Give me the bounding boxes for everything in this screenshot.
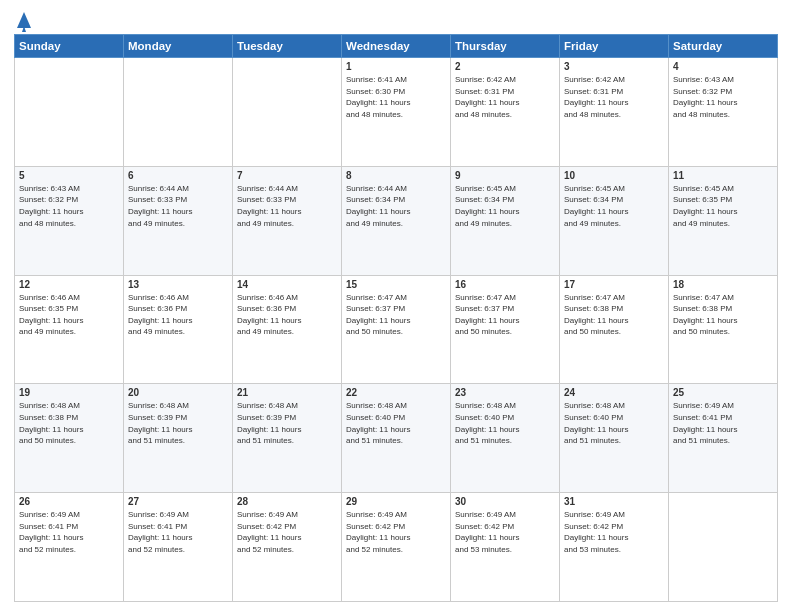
calendar-header-row: SundayMondayTuesdayWednesdayThursdayFrid… [15, 35, 778, 58]
day-number: 12 [19, 279, 119, 290]
day-number: 28 [237, 496, 337, 507]
day-info: Sunrise: 6:49 AMSunset: 6:41 PMDaylight:… [128, 509, 228, 555]
day-info: Sunrise: 6:45 AMSunset: 6:35 PMDaylight:… [673, 183, 773, 229]
calendar-week-row: 19Sunrise: 6:48 AMSunset: 6:38 PMDayligh… [15, 384, 778, 493]
day-info: Sunrise: 6:46 AMSunset: 6:36 PMDaylight:… [237, 292, 337, 338]
day-info: Sunrise: 6:48 AMSunset: 6:40 PMDaylight:… [346, 400, 446, 446]
day-number: 5 [19, 170, 119, 181]
day-info: Sunrise: 6:45 AMSunset: 6:34 PMDaylight:… [455, 183, 555, 229]
calendar-cell: 3Sunrise: 6:42 AMSunset: 6:31 PMDaylight… [560, 58, 669, 167]
day-number: 26 [19, 496, 119, 507]
calendar-cell: 29Sunrise: 6:49 AMSunset: 6:42 PMDayligh… [342, 493, 451, 602]
day-info: Sunrise: 6:44 AMSunset: 6:34 PMDaylight:… [346, 183, 446, 229]
calendar-dow-monday: Monday [124, 35, 233, 58]
calendar-week-row: 5Sunrise: 6:43 AMSunset: 6:32 PMDaylight… [15, 166, 778, 275]
calendar-cell: 27Sunrise: 6:49 AMSunset: 6:41 PMDayligh… [124, 493, 233, 602]
logo [14, 10, 33, 28]
day-number: 19 [19, 387, 119, 398]
day-info: Sunrise: 6:41 AMSunset: 6:30 PMDaylight:… [346, 74, 446, 120]
day-info: Sunrise: 6:44 AMSunset: 6:33 PMDaylight:… [237, 183, 337, 229]
day-number: 8 [346, 170, 446, 181]
day-info: Sunrise: 6:49 AMSunset: 6:42 PMDaylight:… [237, 509, 337, 555]
day-info: Sunrise: 6:47 AMSunset: 6:38 PMDaylight:… [564, 292, 664, 338]
day-info: Sunrise: 6:47 AMSunset: 6:37 PMDaylight:… [346, 292, 446, 338]
day-info: Sunrise: 6:49 AMSunset: 6:41 PMDaylight:… [673, 400, 773, 446]
day-info: Sunrise: 6:48 AMSunset: 6:38 PMDaylight:… [19, 400, 119, 446]
calendar-dow-saturday: Saturday [669, 35, 778, 58]
calendar-cell: 17Sunrise: 6:47 AMSunset: 6:38 PMDayligh… [560, 275, 669, 384]
day-info: Sunrise: 6:47 AMSunset: 6:37 PMDaylight:… [455, 292, 555, 338]
calendar-cell: 1Sunrise: 6:41 AMSunset: 6:30 PMDaylight… [342, 58, 451, 167]
day-number: 20 [128, 387, 228, 398]
day-number: 4 [673, 61, 773, 72]
day-info: Sunrise: 6:48 AMSunset: 6:39 PMDaylight:… [128, 400, 228, 446]
day-number: 23 [455, 387, 555, 398]
day-number: 17 [564, 279, 664, 290]
day-number: 13 [128, 279, 228, 290]
logo-icon [15, 10, 33, 32]
calendar-cell: 28Sunrise: 6:49 AMSunset: 6:42 PMDayligh… [233, 493, 342, 602]
day-number: 24 [564, 387, 664, 398]
day-number: 27 [128, 496, 228, 507]
calendar-dow-friday: Friday [560, 35, 669, 58]
calendar-cell: 15Sunrise: 6:47 AMSunset: 6:37 PMDayligh… [342, 275, 451, 384]
day-info: Sunrise: 6:48 AMSunset: 6:40 PMDaylight:… [455, 400, 555, 446]
calendar-week-row: 1Sunrise: 6:41 AMSunset: 6:30 PMDaylight… [15, 58, 778, 167]
day-number: 31 [564, 496, 664, 507]
calendar-cell: 7Sunrise: 6:44 AMSunset: 6:33 PMDaylight… [233, 166, 342, 275]
calendar-cell [233, 58, 342, 167]
day-number: 30 [455, 496, 555, 507]
calendar-cell: 23Sunrise: 6:48 AMSunset: 6:40 PMDayligh… [451, 384, 560, 493]
day-info: Sunrise: 6:47 AMSunset: 6:38 PMDaylight:… [673, 292, 773, 338]
calendar-cell [15, 58, 124, 167]
day-number: 29 [346, 496, 446, 507]
calendar-cell: 21Sunrise: 6:48 AMSunset: 6:39 PMDayligh… [233, 384, 342, 493]
calendar-cell: 14Sunrise: 6:46 AMSunset: 6:36 PMDayligh… [233, 275, 342, 384]
day-number: 9 [455, 170, 555, 181]
day-number: 25 [673, 387, 773, 398]
calendar-table: SundayMondayTuesdayWednesdayThursdayFrid… [14, 34, 778, 602]
day-info: Sunrise: 6:45 AMSunset: 6:34 PMDaylight:… [564, 183, 664, 229]
day-number: 22 [346, 387, 446, 398]
calendar-dow-wednesday: Wednesday [342, 35, 451, 58]
calendar-cell: 9Sunrise: 6:45 AMSunset: 6:34 PMDaylight… [451, 166, 560, 275]
day-info: Sunrise: 6:46 AMSunset: 6:36 PMDaylight:… [128, 292, 228, 338]
day-number: 3 [564, 61, 664, 72]
day-info: Sunrise: 6:46 AMSunset: 6:35 PMDaylight:… [19, 292, 119, 338]
day-info: Sunrise: 6:43 AMSunset: 6:32 PMDaylight:… [19, 183, 119, 229]
header [14, 10, 778, 28]
day-number: 16 [455, 279, 555, 290]
calendar-cell: 8Sunrise: 6:44 AMSunset: 6:34 PMDaylight… [342, 166, 451, 275]
calendar-week-row: 26Sunrise: 6:49 AMSunset: 6:41 PMDayligh… [15, 493, 778, 602]
day-number: 7 [237, 170, 337, 181]
calendar-dow-thursday: Thursday [451, 35, 560, 58]
calendar-cell: 10Sunrise: 6:45 AMSunset: 6:34 PMDayligh… [560, 166, 669, 275]
calendar-cell: 6Sunrise: 6:44 AMSunset: 6:33 PMDaylight… [124, 166, 233, 275]
calendar-cell: 26Sunrise: 6:49 AMSunset: 6:41 PMDayligh… [15, 493, 124, 602]
day-info: Sunrise: 6:48 AMSunset: 6:40 PMDaylight:… [564, 400, 664, 446]
day-number: 11 [673, 170, 773, 181]
day-number: 6 [128, 170, 228, 181]
calendar-cell: 13Sunrise: 6:46 AMSunset: 6:36 PMDayligh… [124, 275, 233, 384]
calendar-cell [669, 493, 778, 602]
calendar-cell: 11Sunrise: 6:45 AMSunset: 6:35 PMDayligh… [669, 166, 778, 275]
calendar-cell: 16Sunrise: 6:47 AMSunset: 6:37 PMDayligh… [451, 275, 560, 384]
day-number: 15 [346, 279, 446, 290]
day-info: Sunrise: 6:44 AMSunset: 6:33 PMDaylight:… [128, 183, 228, 229]
day-number: 21 [237, 387, 337, 398]
calendar-cell: 30Sunrise: 6:49 AMSunset: 6:42 PMDayligh… [451, 493, 560, 602]
day-number: 18 [673, 279, 773, 290]
calendar-cell: 12Sunrise: 6:46 AMSunset: 6:35 PMDayligh… [15, 275, 124, 384]
calendar-cell: 20Sunrise: 6:48 AMSunset: 6:39 PMDayligh… [124, 384, 233, 493]
calendar-dow-tuesday: Tuesday [233, 35, 342, 58]
day-info: Sunrise: 6:42 AMSunset: 6:31 PMDaylight:… [455, 74, 555, 120]
calendar-cell [124, 58, 233, 167]
svg-marker-0 [17, 12, 31, 28]
calendar-cell: 22Sunrise: 6:48 AMSunset: 6:40 PMDayligh… [342, 384, 451, 493]
calendar-cell: 31Sunrise: 6:49 AMSunset: 6:42 PMDayligh… [560, 493, 669, 602]
calendar-dow-sunday: Sunday [15, 35, 124, 58]
day-info: Sunrise: 6:48 AMSunset: 6:39 PMDaylight:… [237, 400, 337, 446]
calendar-cell: 25Sunrise: 6:49 AMSunset: 6:41 PMDayligh… [669, 384, 778, 493]
calendar-cell: 5Sunrise: 6:43 AMSunset: 6:32 PMDaylight… [15, 166, 124, 275]
page: SundayMondayTuesdayWednesdayThursdayFrid… [0, 0, 792, 612]
